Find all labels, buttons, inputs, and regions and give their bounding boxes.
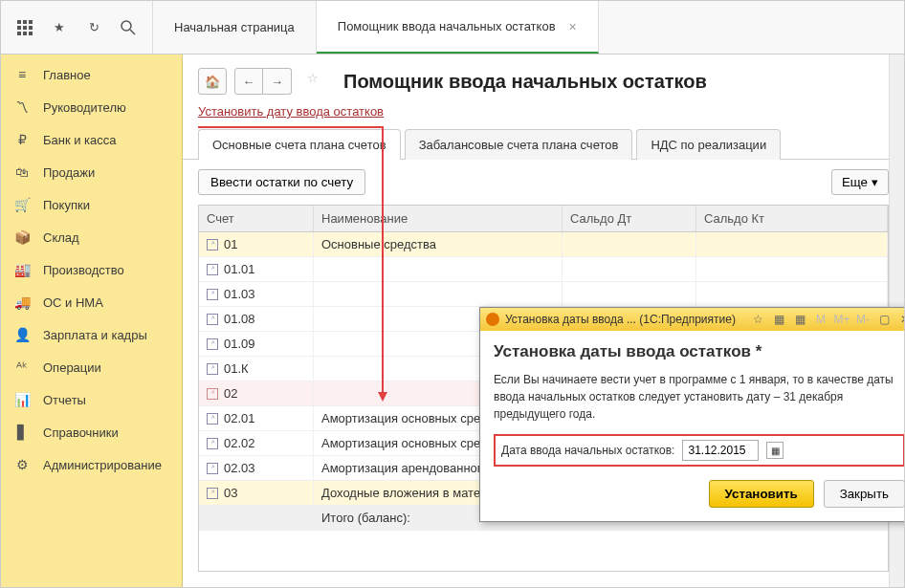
sidebar-item-label: Склад	[43, 230, 79, 245]
sidebar-item-reports[interactable]: 📊Отчеты	[1, 383, 182, 416]
sidebar-item-assets[interactable]: 🚚ОС и НМА	[1, 286, 182, 318]
cart-icon: 🛒	[14, 197, 30, 212]
bag-icon: 🛍	[14, 164, 30, 180]
cell-credit	[696, 232, 888, 256]
svg-rect-7	[23, 32, 27, 35]
search-icon[interactable]	[120, 19, 137, 36]
sidebar-item-main[interactable]: ≡Главное	[1, 58, 182, 91]
col-credit: Сальдо Кт	[696, 206, 888, 231]
box-icon: 📦	[14, 229, 30, 245]
gear-icon: ⚙	[14, 457, 30, 472]
table-row[interactable]: ᴬ01.01	[199, 257, 888, 282]
cell-credit	[696, 282, 888, 306]
calendar-icon[interactable]: ▦	[766, 442, 784, 459]
cell-name	[314, 257, 563, 281]
svg-rect-0	[17, 20, 21, 24]
tab-main-accounts[interactable]: Основные счета плана счетов	[198, 129, 401, 160]
star-icon[interactable]: ★	[51, 19, 68, 36]
main-area: 🏠 ← → ☆ Помощник ввода начальных остатко…	[183, 54, 904, 587]
set-date-link[interactable]: Установить дату ввода остатков	[198, 104, 384, 128]
truck-icon: 🚚	[14, 294, 30, 310]
date-input[interactable]	[682, 440, 759, 461]
cell-account: 03	[224, 486, 237, 500]
row-icon: ᴬ	[207, 363, 218, 375]
apps-icon[interactable]	[16, 19, 33, 36]
date-field-row: Дата ввода начальных остатков: ▦	[494, 434, 904, 467]
home-button[interactable]: 🏠	[198, 68, 227, 95]
tab-assistant[interactable]: Помощник ввода начальных остатков×	[317, 1, 599, 54]
sidebar-item-salary[interactable]: 👤Зарплата и кадры	[1, 318, 182, 351]
enter-balance-button[interactable]: Ввести остатки по счету	[198, 169, 365, 195]
forward-button[interactable]: →	[263, 68, 292, 95]
row-icon: ᴬ	[207, 488, 218, 499]
ops-icon: ᴬᵏ	[14, 359, 30, 375]
top-bar: ★ ↻ Начальная страница Помощник ввода на…	[1, 1, 904, 54]
dialog-window-title: Установка даты ввода ... (1С:Предприятие…	[505, 313, 736, 326]
sidebar-item-bank[interactable]: ₽Банк и касса	[1, 123, 182, 156]
cell-account: 01	[224, 237, 237, 251]
table-row[interactable]: ᴬ01Основные средства	[199, 232, 888, 257]
svg-rect-1	[23, 20, 27, 24]
chevron-down-icon: ▾	[872, 175, 878, 189]
tab-home[interactable]: Начальная страница	[153, 1, 317, 54]
dialog-heading: Установка даты ввода остатков *	[494, 342, 904, 361]
row-icon: ᴬ	[207, 438, 218, 449]
svg-rect-8	[29, 32, 33, 35]
set-button[interactable]: Установить	[709, 480, 814, 508]
table-header: Счет Наименование Сальдо Дт Сальдо Кт	[199, 206, 888, 232]
sidebar-item-sales[interactable]: 🛍Продажи	[1, 156, 182, 188]
dialog-titlebar[interactable]: Установка даты ввода ... (1С:Предприятие…	[480, 308, 904, 331]
sidebar-item-label: Отчеты	[43, 393, 86, 407]
cell-debit	[563, 282, 696, 306]
sidebar-item-production[interactable]: 🏭Производство	[1, 253, 182, 286]
svg-rect-4	[23, 26, 27, 30]
sidebar-item-label: ОС и НМА	[43, 295, 103, 310]
sidebar-item-admin[interactable]: ⚙Администрирование	[1, 448, 182, 481]
book-icon: ▋	[14, 425, 30, 440]
table-row[interactable]: ᴬ01.03	[199, 282, 888, 307]
tab-nds[interactable]: НДС по реализации	[636, 129, 781, 160]
person-icon: 👤	[14, 327, 30, 342]
svg-rect-6	[17, 32, 21, 35]
top-bar-left: ★ ↻	[1, 1, 153, 54]
menu-icon: ≡	[14, 67, 30, 82]
sidebar-item-manager[interactable]: 〽Руководителю	[1, 91, 182, 123]
sidebar-item-stock[interactable]: 📦Склад	[1, 221, 182, 253]
col-name: Наименование	[314, 206, 563, 231]
title-calc-icon[interactable]: ▦	[771, 312, 786, 327]
sidebar-item-catalog[interactable]: ▋Справочники	[1, 416, 182, 448]
cell-name	[314, 282, 563, 306]
minimize-icon[interactable]: ▢	[876, 312, 892, 327]
close-button[interactable]: Закрыть	[824, 480, 904, 508]
title-star-icon[interactable]: ☆	[750, 312, 765, 327]
row-icon: ᴬ	[207, 413, 218, 425]
tab-offbalance[interactable]: Забалансовые счета плана счетов	[405, 129, 633, 160]
content-tabs: Основные счета плана счетов Забалансовые…	[183, 128, 904, 160]
sidebar-item-label: Главное	[43, 68, 91, 82]
close-icon[interactable]: ✕	[897, 312, 904, 327]
sidebar-item-operations[interactable]: ᴬᵏОперации	[1, 351, 182, 383]
title-m-icon[interactable]: M	[813, 312, 828, 327]
sidebar: ≡Главное 〽Руководителю ₽Банк и касса 🛍Пр…	[1, 54, 183, 587]
row-icon: ᴬ	[207, 289, 218, 300]
title-mminus-icon[interactable]: M-	[855, 312, 871, 327]
set-date-link-row: Установить дату ввода остатков	[183, 100, 904, 128]
cell-account: 02.02	[224, 436, 255, 450]
sidebar-item-label: Администрирование	[43, 458, 162, 472]
svg-rect-5	[29, 26, 33, 30]
cell-credit	[696, 257, 888, 281]
close-icon[interactable]: ×	[569, 19, 577, 34]
history-icon[interactable]: ↻	[85, 19, 102, 36]
factory-icon: 🏭	[14, 262, 30, 277]
favorite-icon[interactable]: ☆	[307, 71, 328, 92]
dialog-text: Если Вы начинаете вести учет в программе…	[494, 371, 904, 423]
cell-debit	[563, 232, 696, 256]
title-mplus-icon[interactable]: M+	[834, 312, 850, 327]
title-calendar-icon[interactable]: ▦	[792, 312, 807, 327]
sidebar-item-purchases[interactable]: 🛒Покупки	[1, 188, 182, 221]
more-button[interactable]: Еще▾	[831, 169, 889, 195]
top-tabs: Начальная страница Помощник ввода началь…	[153, 1, 599, 54]
cell-account: 02	[224, 386, 237, 401]
back-button[interactable]: ←	[234, 68, 263, 95]
ruble-icon: ₽	[14, 132, 30, 147]
